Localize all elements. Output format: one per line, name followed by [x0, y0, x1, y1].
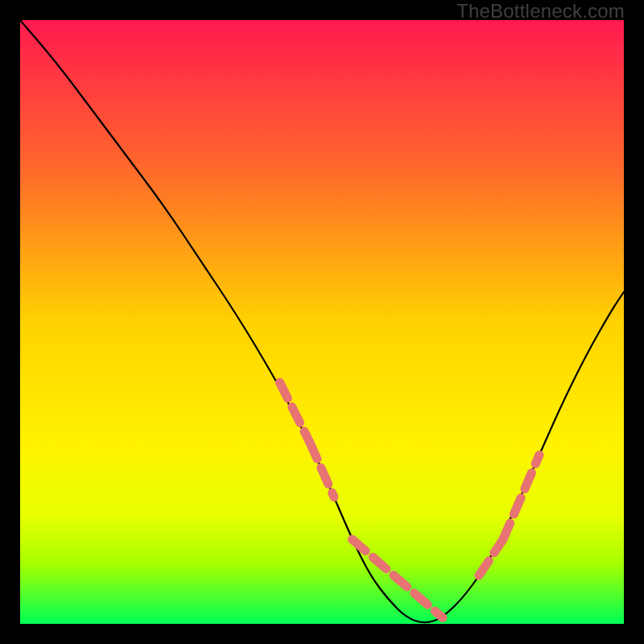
- plot-background: [20, 20, 624, 624]
- bottleneck-plot: [20, 20, 624, 624]
- chart-frame: TheBottleneck.com: [0, 0, 644, 644]
- watermark-text: TheBottleneck.com: [456, 0, 625, 23]
